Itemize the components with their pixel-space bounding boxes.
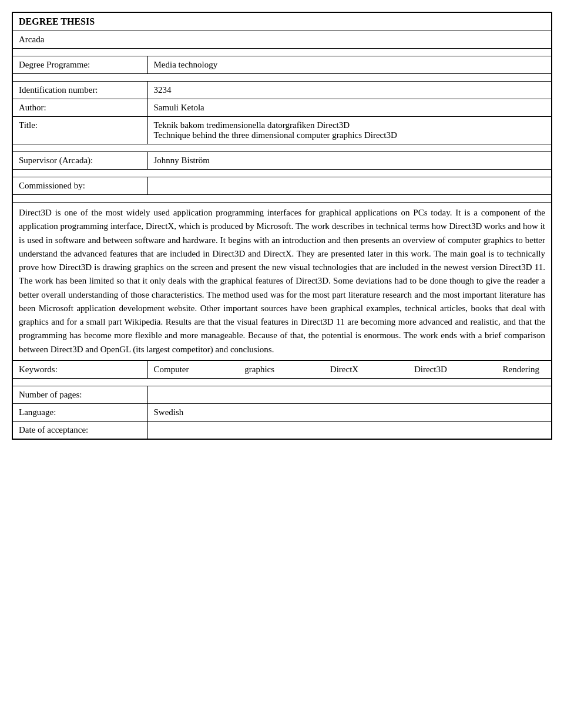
spacer-5: [12, 195, 552, 203]
identification-value-cell: 3234: [147, 82, 552, 99]
supervisor-value-cell: Johnny Biström: [147, 152, 552, 170]
keyword-3: DirectX: [330, 365, 358, 375]
spacer-3: [12, 144, 552, 152]
spacer-2: [12, 74, 552, 82]
supervisor-value: Johnny Biström: [154, 156, 210, 165]
date-acceptance-label-cell: Date of acceptance:: [12, 421, 147, 439]
keywords-value-cell: Computer graphics DirectX Direct3D Rende…: [147, 360, 552, 379]
language-label-cell: Language:: [12, 403, 147, 421]
author-value-cell: Samuli Ketola: [147, 99, 552, 117]
supervisor-label-cell: Supervisor (Arcada):: [12, 152, 147, 170]
language-label: Language:: [19, 407, 56, 417]
author-value: Samuli Ketola: [154, 103, 204, 112]
keywords-label-cell: Keywords:: [12, 360, 147, 379]
language-value-cell: Swedish: [147, 403, 552, 421]
num-pages-value-cell: [147, 386, 552, 403]
degree-programme-label-cell: Degree Programme:: [12, 56, 147, 74]
keyword-2: graphics: [244, 365, 274, 375]
spacer-6: [12, 378, 552, 386]
identification-label-cell: Identification number:: [12, 82, 147, 99]
degree-thesis-title: DEGREE THESIS: [19, 16, 95, 26]
degree-thesis-header: DEGREE THESIS: [12, 12, 552, 31]
identification-label: Identification number:: [19, 85, 98, 95]
date-acceptance-value-cell: [147, 421, 552, 439]
spacer-4: [12, 170, 552, 177]
supervisor-label: Supervisor (Arcada):: [19, 156, 93, 165]
title-label-cell: Title:: [12, 117, 147, 144]
num-pages-label: Number of pages:: [19, 390, 82, 399]
keyword-4: Direct3D: [414, 365, 447, 375]
spacer-1: [12, 49, 552, 56]
thesis-table: DEGREE THESIS Arcada Degree Programme: M…: [12, 12, 552, 440]
identification-value: 3234: [154, 85, 172, 95]
keywords-values: Computer graphics DirectX Direct3D Rende…: [154, 365, 546, 375]
author-label: Author:: [19, 103, 46, 112]
title-value-cell: Teknik bakom tredimensionella datorgrafi…: [147, 117, 552, 144]
abstract-text: Direct3D is one of the most widely used …: [19, 208, 545, 354]
keywords-label: Keywords:: [19, 365, 58, 374]
degree-programme-value-cell: Media technology: [147, 56, 552, 74]
author-label-cell: Author:: [12, 99, 147, 117]
abstract-cell: Direct3D is one of the most widely used …: [12, 203, 552, 360]
language-value: Swedish: [154, 407, 184, 417]
title-line2: Technique behind the three dimensional c…: [154, 130, 397, 140]
commissioned-label-cell: Commissioned by:: [12, 177, 147, 195]
keyword-1: Computer: [154, 365, 189, 375]
num-pages-label-cell: Number of pages:: [12, 386, 147, 403]
degree-programme-label: Degree Programme:: [19, 60, 90, 69]
school-name: Arcada: [19, 35, 44, 44]
date-acceptance-label: Date of acceptance:: [19, 425, 88, 434]
commissioned-label: Commissioned by:: [19, 181, 85, 190]
title-label: Title:: [19, 120, 38, 130]
commissioned-value-cell: [147, 177, 552, 195]
school-cell: Arcada: [12, 31, 552, 49]
title-line1: Teknik bakom tredimensionella datorgrafi…: [154, 120, 350, 130]
degree-programme-value: Media technology: [154, 60, 218, 69]
keyword-5: Rendering: [503, 365, 539, 375]
